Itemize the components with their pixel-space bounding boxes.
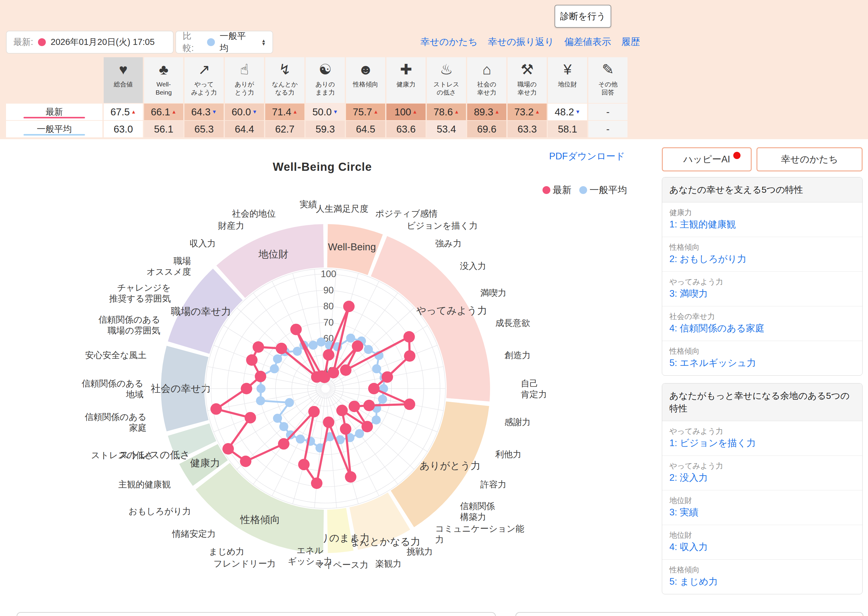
ring-segment-label-6: 健康力 <box>190 457 220 468</box>
score-col-label: 社会の 幸せ力 <box>477 80 496 96</box>
score-col-header-shakai[interactable]: ⌂社会の 幸せ力 <box>467 57 506 103</box>
score-value: 65.3 <box>194 124 214 135</box>
score-col-label: ストレス の低さ <box>433 80 459 96</box>
score-latest-nantoka: 71.4▲ <box>265 104 304 120</box>
compare-selector[interactable]: 比較: 一般平均 ▲▼ <box>175 31 273 53</box>
score-latest-arinomama: 50.0▼ <box>306 104 345 120</box>
diagnose-button[interactable]: 診断を行う <box>555 5 611 28</box>
average-series-point-13 <box>355 429 364 438</box>
average-series-point-2 <box>346 333 355 343</box>
item-link[interactable]: 4: 信頼関係のある家庭 <box>670 321 855 335</box>
nav-link-0[interactable]: 幸せのかたち <box>421 36 478 48</box>
spoke-label-4: 没入力 <box>460 261 486 271</box>
trend-up-icon: ▲ <box>373 109 378 115</box>
pdf-download-link[interactable]: PDFダウンロード <box>549 150 625 163</box>
latest-series-point-28 <box>252 341 264 353</box>
score-value: 63.0 <box>113 124 133 135</box>
score-col-header-seikaku[interactable]: ☻性格傾向 <box>346 57 385 103</box>
row-label-latest[interactable]: 最新 <box>6 104 102 120</box>
legend-label: 最新 <box>553 184 572 196</box>
score-col-header-yattemiyo[interactable]: ↗やって みよう力 <box>184 57 224 103</box>
item-link[interactable]: 2: おもしろがり力 <box>670 252 855 266</box>
item-link[interactable]: 1: 主観的健康観 <box>670 217 855 231</box>
nav-link-1[interactable]: 幸せの振り返り <box>488 36 554 48</box>
score-col-header-shokuba[interactable]: ⚒職場の 幸せ力 <box>507 57 547 103</box>
nav-link-3[interactable]: 履歴 <box>621 36 640 48</box>
item-link[interactable]: 1: ビジョンを描く力 <box>670 436 855 450</box>
score-col-header-sonota[interactable]: ✎その他 回答 <box>588 57 627 103</box>
meditation-icon: ☯ <box>318 61 332 78</box>
score-col-header-wellbeing[interactable]: ♣Well- Being <box>144 57 183 103</box>
score-average-nantoka: 62.7 <box>265 121 304 137</box>
tick-label: 80 <box>323 301 334 311</box>
item-category: 社会の幸せ力 <box>670 311 855 321</box>
weakness-item-5: 性格傾向5: まじめ力 <box>662 559 862 594</box>
score-latest-kenko: 100▲ <box>386 104 425 120</box>
average-series-point-21 <box>279 422 288 431</box>
score-average-shokuba: 63.3 <box>507 121 547 137</box>
latest-series-point-33 <box>319 372 330 383</box>
score-average-shakai: 69.6 <box>467 121 506 137</box>
score-value: 71.4 <box>272 106 291 118</box>
score-value: - <box>606 106 610 118</box>
latest-result-selector[interactable]: 最新: 2026年01月20日(火) 17:05 <box>6 31 173 53</box>
score-col-header-kenko[interactable]: ✚健康力 <box>386 57 425 103</box>
strength-item-5: 性格傾向5: エネルギッシュ力 <box>662 341 862 375</box>
latest-series-point-17 <box>311 478 323 489</box>
latest-series-point-16 <box>323 416 334 428</box>
latest-series-point-24 <box>210 403 222 415</box>
shiawase-no-katachi-button[interactable]: 幸せのかたち <box>756 147 863 171</box>
score-value: 64.5 <box>356 124 375 135</box>
ring-segment-label-8: 社会の幸せ力 <box>151 383 211 394</box>
header-bar: 診断を行う 最新: 2026年01月20日(火) 17:05 比較: 一般平均 … <box>0 0 868 139</box>
spoke-label-5: 満喫力 <box>480 288 507 298</box>
item-category: 健康力 <box>670 207 855 217</box>
trend-up-icon: ▲ <box>495 109 500 115</box>
item-link[interactable]: 5: エネルギッシュ力 <box>670 356 855 370</box>
score-col-header-stress[interactable]: ♨ストレス の低さ <box>427 57 466 103</box>
item-link[interactable]: 3: 実績 <box>670 506 855 519</box>
score-col-header-total[interactable]: ♥総合値 <box>104 57 143 103</box>
latest-series-point-25 <box>241 383 252 394</box>
spoke-label-18: フレンドリー力 <box>213 559 276 569</box>
score-col-header-arinomama[interactable]: ☯ありの まま力 <box>306 57 345 103</box>
score-col-header-arigato[interactable]: ☝ありが とう力 <box>225 57 264 103</box>
legend-item-1: 一般平均 <box>579 184 627 196</box>
ring-segment-label-9: 職場の幸せ力 <box>171 306 231 317</box>
score-col-label: 健康力 <box>397 80 416 88</box>
item-link[interactable]: 2: 没入力 <box>670 471 855 485</box>
score-value: 63.3 <box>517 124 537 135</box>
compare-label: 比較: <box>183 30 202 54</box>
spoke-label-28: チャレンジを推奨する雰囲気 <box>109 283 170 303</box>
score-latest-arigato: 60.0▼ <box>225 104 264 120</box>
score-col-header-nantoka[interactable]: ↯なんとか なる力 <box>265 57 304 103</box>
tick-label: 100 <box>321 269 336 279</box>
spoke-label-13: コミュニケーション能力 <box>435 524 524 544</box>
trend-up-icon: ▲ <box>454 109 459 115</box>
shiawase-no-katachi-label: 幸せのかたち <box>781 153 838 166</box>
heart-icon: ♥ <box>119 61 128 78</box>
tick-label: 90 <box>323 285 334 295</box>
spoke-label-23: ストレスの低さ <box>91 450 153 460</box>
nav-link-2[interactable]: 偏差値表示 <box>564 36 611 48</box>
item-link[interactable]: 5: まじめ力 <box>670 575 855 589</box>
spoke-label-20: 情緒安定力 <box>172 529 216 539</box>
item-category: やってみよう力 <box>670 426 855 436</box>
item-link[interactable]: 3: 満喫力 <box>670 287 855 301</box>
latest-series-point-14 <box>340 423 351 435</box>
weaknesses-panel: あなたがもっと幸せになる余地のある5つの特性 やってみよう力1: ビジョンを描く… <box>662 383 863 594</box>
happy-ai-button[interactable]: ハッピーAI <box>662 147 751 171</box>
row-underline <box>24 134 85 135</box>
ring-segment-label-0: Well-Being <box>328 241 376 252</box>
item-link[interactable]: 4: 収入力 <box>670 540 855 554</box>
spoke-label-27: 信頼関係のある職場の雰囲気 <box>99 315 160 335</box>
score-average-kenko: 63.6 <box>386 121 425 137</box>
row-label-average[interactable]: 一般平均 <box>6 121 102 137</box>
ring-segment-4 <box>327 508 353 553</box>
spoke-label-33: 実績 <box>299 200 317 209</box>
spoke-label-9: 感謝力 <box>504 417 531 427</box>
score-col-header-chii[interactable]: ¥地位財 <box>548 57 587 103</box>
score-value: 59.3 <box>315 124 335 135</box>
average-series-point-24 <box>256 396 265 405</box>
spoke-label-24: 信頼関係のある家庭 <box>85 412 147 432</box>
